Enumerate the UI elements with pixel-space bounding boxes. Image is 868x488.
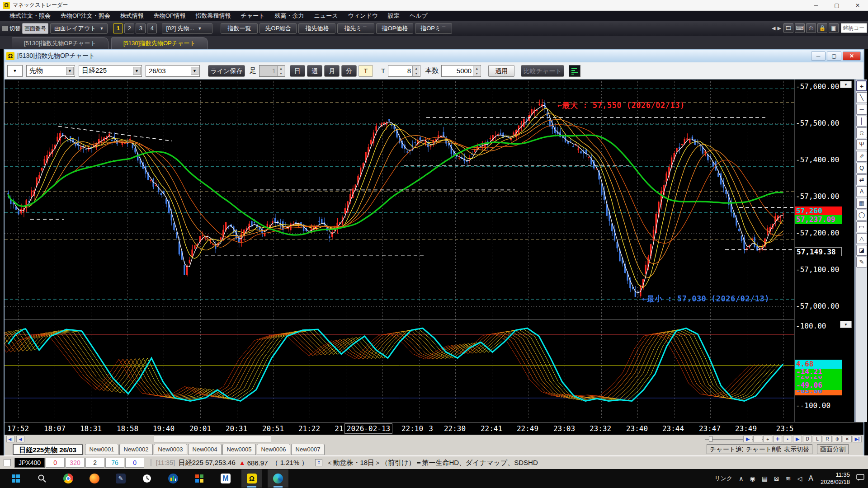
chart-zoom-button-2[interactable]: ＋ [763, 436, 772, 442]
price-axis[interactable]: -57,600.00-57,500.00-57,400.00-57,300.00… [794, 80, 854, 422]
crosshair-tool[interactable]: ＋ [856, 80, 867, 91]
switch-button[interactable]: 切替 [2, 25, 20, 33]
index-name[interactable]: JPX400 [14, 458, 45, 468]
volume-icon[interactable]: ◁ [797, 475, 802, 482]
text-eraser-tool[interactable]: ✎ [856, 257, 867, 267]
toolbar-button-2[interactable]: 指先価格 [298, 23, 335, 34]
screen-layout-dropdown[interactable]: 画面レイアウト ▼ [50, 23, 108, 34]
search-icon[interactable] [32, 469, 52, 488]
price-chart-canvas[interactable] [5, 80, 794, 422]
symbol-code-input[interactable] [841, 23, 867, 33]
trendline-tool[interactable]: ╲ [856, 92, 867, 103]
chart-zoom-button-0[interactable]: ▶ [743, 436, 752, 442]
link-label[interactable]: リンク [714, 474, 732, 483]
time-axis[interactable]: 17:5218:0718:3118:5819:4020:0120:3120:51… [5, 422, 794, 435]
chart-zoom-button-11[interactable]: ▶| [853, 436, 862, 442]
firefox-browser-icon[interactable] [84, 469, 105, 488]
window-close-button[interactable]: ✕ [843, 52, 861, 61]
chart-tab-New0007[interactable]: New0007 [291, 444, 325, 455]
menu-item-9[interactable]: 設定 [383, 11, 405, 21]
chart-tab-New0004[interactable]: New0004 [188, 444, 222, 455]
screen-page-button-4[interactable]: 4 [147, 23, 157, 33]
lock-icon[interactable]: 🔒 [817, 23, 827, 33]
horizontal-line-tool[interactable]: ─ [856, 104, 867, 115]
chart-zoom-button-3[interactable]: ✛ [773, 436, 782, 442]
chart-action-2[interactable]: 表示切替 [781, 444, 812, 454]
news-scroll-icon[interactable]: ↥ [315, 459, 322, 466]
printer-icon[interactable]: ⎙ [806, 23, 816, 33]
symbol-select[interactable]: 日経225▼ [79, 65, 142, 77]
contract-select[interactable]: 26/03▼ [146, 65, 200, 77]
app-minimize-button[interactable]: ─ [806, 0, 826, 11]
spinner-arrows-icon[interactable]: ▲▼ [412, 66, 420, 76]
window-titlebar[interactable]: Ω [5130]指数先物OPチャート ─ ▢ ✕ [5, 50, 863, 62]
windows-start-icon[interactable] [5, 469, 26, 488]
chart-tab-New0006[interactable]: New0006 [257, 444, 290, 455]
chart-zoom-button-4[interactable]: ▪ [783, 436, 792, 442]
toolbar-button-5[interactable]: 指OPミニ [415, 23, 452, 34]
regression-tool[interactable]: ⇗ [856, 151, 867, 162]
office-app-icon[interactable] [189, 469, 210, 488]
toolbar-button-0[interactable]: 指数一覧 [221, 23, 258, 34]
battery-icon[interactable]: ⊠ [774, 475, 779, 482]
menu-item-4[interactable]: 指数業種情報 [191, 11, 236, 21]
triangle-tool[interactable]: △ [856, 233, 867, 244]
preset-dropdown[interactable]: [02] 先物... ▼ [162, 23, 212, 34]
tick-value-stepper[interactable]: 8▲▼ [388, 65, 420, 77]
category-select[interactable]: 先物▼ [26, 65, 75, 77]
save-lines-button[interactable]: ライン保存 [208, 65, 245, 77]
screen-page-button-3[interactable]: 3 [136, 23, 146, 33]
chart-zoom-button-6[interactable]: D [803, 436, 812, 442]
period-button-分[interactable]: 分 [341, 65, 357, 77]
chart-zoom-button-9[interactable]: ⊕ [833, 436, 842, 442]
indicator-settings-icon[interactable] [569, 65, 580, 77]
period-button-週[interactable]: 週 [307, 65, 322, 77]
screen-page-button-2[interactable]: 2 [124, 23, 134, 33]
keyboard-icon[interactable]: ⌨ [795, 23, 805, 33]
eraser-tool[interactable]: ◪ [856, 245, 867, 256]
network-icon[interactable]: ≋ [786, 475, 791, 482]
text-tool[interactable]: A [856, 186, 867, 197]
mt4-app-icon[interactable] [163, 469, 184, 488]
chart-type-dropdown[interactable]: ▼ [7, 65, 23, 77]
chrome-browser-icon[interactable] [58, 469, 79, 488]
ime-indicator[interactable]: A [808, 474, 813, 483]
record-icon[interactable]: ◉ [750, 475, 755, 482]
screen-page-button-1[interactable]: 1 [113, 23, 123, 33]
chart-tab-New0003[interactable]: New0003 [154, 444, 187, 455]
display-icon[interactable]: ▤ [762, 475, 768, 482]
chart-action-3[interactable]: 画面分割 [817, 444, 849, 454]
ellipse-tool[interactable]: ◯ [856, 210, 867, 221]
vertical-line-tool[interactable]: │ [856, 116, 867, 127]
chart-zoom-button-1[interactable]: − [753, 436, 762, 442]
spinner-arrows-icon[interactable]: ▲▼ [277, 66, 284, 76]
oscillator-pane-dropdown-icon[interactable]: ▼ [840, 321, 852, 328]
m-app-icon[interactable]: M [215, 469, 236, 488]
window-icon[interactable]: 🗔 [783, 23, 793, 33]
tick-period-button[interactable]: T [359, 65, 373, 77]
grid-tool[interactable]: ▦ [856, 198, 867, 209]
count-stepper[interactable]: 5000▲▼ [441, 65, 481, 77]
chart-tab-New0005[interactable]: New0005 [222, 444, 256, 455]
app-close-button[interactable]: ✕ [847, 0, 868, 11]
chart-zoom-button-5[interactable]: ▶ [793, 436, 802, 442]
taskbar-clock[interactable]: 11:35 2026/02/18 [821, 471, 850, 486]
period-button-日[interactable]: 日 [290, 65, 305, 77]
clock-app-icon[interactable] [137, 469, 157, 488]
toolbar-button-1[interactable]: 先OP総合 [259, 23, 297, 34]
quote-tool[interactable]: Q [856, 163, 867, 174]
scroll-start-button[interactable]: ◀| [6, 436, 14, 442]
period-button-月[interactable]: 月 [324, 65, 340, 77]
chart-tab-New0001[interactable]: New0001 [85, 444, 118, 455]
zoom-slider-thumb[interactable] [709, 436, 712, 442]
ticker-checkbox[interactable] [4, 459, 11, 466]
chart-tab-New0002[interactable]: New0002 [119, 444, 153, 455]
window-minimize-button[interactable]: ─ [811, 52, 826, 61]
menu-item-6[interactable]: 残高・余力 [270, 11, 309, 21]
menu-item-5[interactable]: チャート [236, 11, 270, 21]
alert-tool[interactable]: ⍾ [856, 127, 867, 138]
toolbar-button-3[interactable]: 指先ミニ [337, 23, 374, 34]
bar-interval-stepper[interactable]: 1▲▼ [259, 65, 285, 77]
camera-icon[interactable]: ▣ [829, 23, 839, 33]
tray-expand-icon[interactable]: ∧ [739, 475, 743, 482]
